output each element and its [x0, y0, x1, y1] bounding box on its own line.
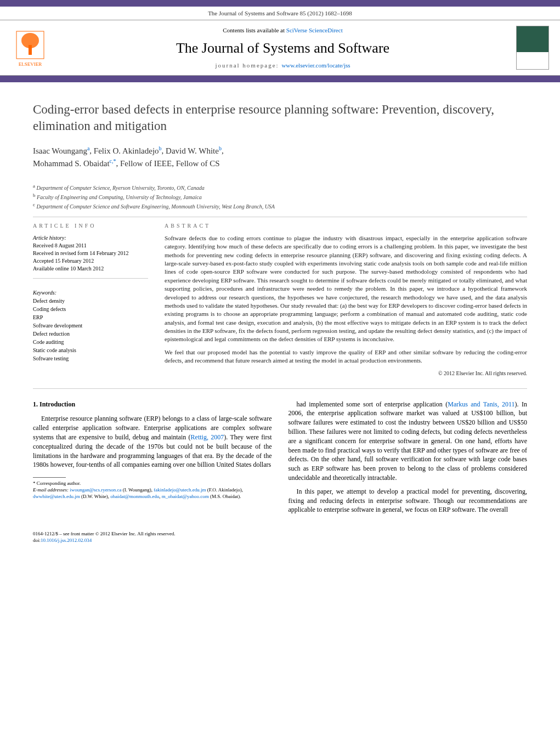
abstract-p1: Software defects due to coding errors co… — [165, 234, 527, 344]
keyword: Coding defects — [33, 305, 148, 313]
abstract-column: abstract Software defects due to coding … — [165, 223, 527, 377]
affiliation-a: a Department of Computer Science, Ryerso… — [33, 183, 527, 192]
footnote-separator — [33, 477, 66, 478]
footnotes: * Corresponding author. E-mail addresses… — [33, 480, 272, 500]
email-link[interactable]: obaidat@monmouth.edu — [110, 494, 159, 499]
banner-center: Contents lists available at SciVerse Sci… — [60, 27, 505, 69]
keyword: Software development — [33, 321, 148, 330]
history-line: Received 8 August 2011 — [33, 242, 148, 250]
email-link[interactable]: iwoungan@scs.ryerson.ca — [70, 487, 121, 493]
affiliation-b: b Faculty of Engineering and Computing, … — [33, 192, 527, 201]
article-history: Article history: Received 8 August 2011 … — [33, 234, 148, 279]
affiliations: a Department of Computer Science, Ryerso… — [0, 178, 560, 217]
author-1: Isaac Wounganga — [33, 146, 89, 155]
article-title: Coding-error based defects in enterprise… — [33, 101, 527, 134]
keywords-label: Keywords: — [33, 289, 148, 297]
author-2: Felix O. Akinladejob — [94, 146, 162, 155]
elsevier-logo: ELSEVIER — [11, 26, 49, 70]
publisher-label: ELSEVIER — [19, 61, 42, 67]
history-label: Article history: — [33, 234, 148, 242]
keyword: Defect reduction — [33, 330, 148, 338]
section-heading-intro: 1. Introduction — [33, 400, 272, 409]
history-line: Available online 10 March 2012 — [33, 265, 148, 273]
info-abstract-row: article info Article history: Received 8… — [33, 217, 527, 388]
journal-cover-thumbnail — [516, 26, 549, 70]
sciencedirect-link[interactable]: SciVerse ScienceDirect — [286, 27, 343, 33]
top-accent-bar — [0, 0, 560, 7]
keywords-block: Keywords: Defect density Coding defects … — [33, 289, 148, 363]
corresponding-author-note: * Corresponding author. — [33, 480, 272, 487]
svg-rect-2 — [29, 45, 32, 55]
citation[interactable]: Rettig, 2007 — [191, 433, 224, 441]
elsevier-tree-icon — [14, 29, 47, 61]
abstract-p2: We feel that our proposed model has the … — [165, 348, 527, 365]
history-line: Received in revised form 14 February 201… — [33, 250, 148, 257]
body-section: 1. Introduction Enterprise resource plan… — [33, 388, 527, 525]
citation[interactable]: Markus and Tanis, 2011 — [448, 400, 514, 408]
body-p2: had implemented some sort of enterprise … — [289, 400, 528, 483]
journal-name: The Journal of Systems and Software — [60, 40, 505, 56]
homepage-line: journal homepage: www.elsevier.com/locat… — [60, 62, 505, 69]
author-3: David W. Whiteb — [166, 146, 222, 155]
article-info-heading: article info — [33, 223, 148, 229]
journal-reference: The Journal of Systems and Software 85 (… — [0, 7, 560, 20]
keyword: ERP — [33, 313, 148, 321]
email-link[interactable]: dwwhite@utech.edu.jm — [33, 494, 80, 499]
copyright-footer: 0164-1212/$ – see front matter © 2012 El… — [33, 531, 527, 538]
affiliation-c: c Department of Computer Science and Sof… — [33, 201, 527, 211]
author-4: Mohammad S. Obaidatc,*, Fellow of IEEE, … — [33, 159, 220, 168]
doi-link[interactable]: 10.1016/j.jss.2012.02.034 — [41, 538, 92, 543]
body-p3: In this paper, we attempt to develop a p… — [289, 487, 528, 514]
email-addresses: E-mail addresses: iwoungan@scs.ryerson.c… — [33, 487, 272, 500]
body-columns: 1. Introduction Enterprise resource plan… — [33, 400, 527, 519]
author-list: Isaac Wounganga, Felix O. Akinladejob, D… — [33, 144, 527, 170]
journal-homepage-link[interactable]: www.elsevier.com/locate/jss — [281, 62, 350, 69]
email-link[interactable]: fakinladejo@utech.edu.jm — [154, 487, 206, 493]
doi-line: doi:10.1016/j.jss.2012.02.034 — [33, 538, 527, 544]
keyword: Defect density — [33, 297, 148, 305]
abstract-text: Software defects due to coding errors co… — [165, 234, 527, 377]
keyword: Static code analysis — [33, 346, 148, 354]
article-info-column: article info Article history: Received 8… — [33, 223, 148, 377]
journal-banner: ELSEVIER Contents lists available at Sci… — [0, 20, 560, 76]
history-line: Accepted 15 February 2012 — [33, 257, 148, 265]
abstract-heading: abstract — [165, 223, 527, 229]
contents-available-line: Contents lists available at SciVerse Sci… — [60, 27, 505, 33]
title-block: Coding-error based defects in enterprise… — [0, 82, 560, 178]
abstract-copyright: © 2012 Elsevier Inc. All rights reserved… — [165, 370, 527, 377]
bottom-accent-bar — [0, 76, 560, 82]
email-link[interactable]: m_obaidat@yahoo.com — [162, 494, 209, 499]
body-p1: Enterprise resource planning software (E… — [33, 414, 272, 470]
footer-block: 0164-1212/$ – see front matter © 2012 El… — [0, 524, 560, 555]
keyword: Code auditing — [33, 338, 148, 346]
keyword: Software testing — [33, 354, 148, 363]
